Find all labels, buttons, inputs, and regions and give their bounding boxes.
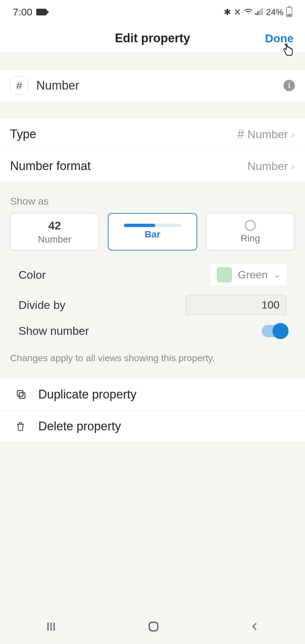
vibrate-icon: ✕ [234, 7, 241, 17]
svg-rect-5 [17, 391, 23, 396]
svg-rect-3 [261, 8, 263, 15]
wifi-icon [244, 7, 253, 17]
property-type-glyph-icon: # [10, 76, 28, 95]
number-format-label: Number format [10, 159, 91, 173]
color-value: Green [238, 269, 268, 281]
android-nav-bar [0, 610, 305, 644]
show-as-bar-option[interactable]: Bar [108, 213, 197, 251]
trash-icon [15, 421, 27, 432]
chevron-right-icon: › [291, 160, 295, 172]
done-button[interactable]: Done [265, 32, 294, 45]
info-icon[interactable]: i [284, 80, 295, 91]
show-number-row: Show number [18, 324, 287, 337]
signal-icon [255, 7, 263, 17]
divide-by-input[interactable] [186, 295, 287, 315]
battery-pct: 24% [266, 7, 284, 17]
number-format-value: Number › [247, 160, 295, 173]
bar-option-label: Bar [145, 229, 161, 240]
number-format-value-text: Number [247, 160, 288, 173]
page-title: Edit property [115, 31, 190, 45]
status-time: 7:00 [13, 6, 32, 18]
chevron-right-icon: › [291, 128, 295, 141]
status-left: 7:00 [13, 6, 46, 18]
ring-option-label: Ring [241, 233, 260, 244]
bar-sub-settings: Color Green ⌄ Divide by Show number [0, 254, 305, 341]
svg-rect-1 [257, 11, 259, 15]
number-preview: 42 [48, 219, 61, 232]
bar-preview-icon [124, 224, 181, 227]
status-bar: 7:00 ✱ ✕ 24% [0, 0, 305, 24]
show-number-toggle[interactable] [262, 325, 287, 337]
number-option-label: Number [38, 234, 72, 245]
property-name: Number [36, 78, 284, 93]
delete-label: Delete property [38, 419, 121, 433]
show-number-label: Show number [18, 324, 89, 337]
property-name-row[interactable]: # Number i [0, 69, 305, 102]
show-as-number-option[interactable]: 42 Number [10, 213, 99, 251]
chevron-down-icon: ⌄ [274, 270, 280, 279]
type-label: Type [10, 127, 36, 141]
show-as-ring-option[interactable]: Ring [206, 213, 295, 251]
type-value-text: Number [247, 128, 288, 141]
number-format-row[interactable]: Number format Number › [0, 150, 305, 182]
show-as-title: Show as [10, 196, 295, 207]
hint-text: Changes apply to all views showing this … [0, 341, 305, 378]
duplicate-label: Duplicate property [38, 387, 136, 401]
bluetooth-icon: ✱ [224, 7, 231, 17]
header: Edit property Done [0, 24, 305, 53]
svg-rect-4 [19, 392, 25, 398]
back-button[interactable] [250, 621, 260, 634]
color-picker[interactable]: Green ⌄ [211, 264, 287, 285]
type-row[interactable]: Type # Number › [0, 118, 305, 150]
color-label: Color [18, 268, 46, 281]
divide-by-label: Divide by [18, 299, 66, 312]
recents-button[interactable] [45, 621, 57, 634]
hash-icon: # [237, 127, 244, 141]
type-value: # Number › [237, 127, 295, 141]
show-as-section: Show as 42 Number Bar Ring [0, 182, 305, 254]
home-button[interactable] [147, 620, 160, 634]
divide-by-row: Divide by [18, 295, 287, 315]
status-right: ✱ ✕ 24% [224, 7, 292, 17]
color-row[interactable]: Color Green ⌄ [18, 264, 287, 285]
delete-property-button[interactable]: Delete property [0, 411, 305, 442]
color-swatch [217, 267, 232, 282]
svg-rect-9 [149, 622, 158, 631]
battery-icon [286, 7, 292, 17]
ring-preview-icon [245, 220, 256, 231]
video-recording-icon [36, 9, 46, 15]
svg-rect-2 [259, 10, 261, 15]
duplicate-property-button[interactable]: Duplicate property [0, 378, 305, 411]
svg-rect-0 [255, 13, 257, 15]
duplicate-icon [15, 389, 27, 400]
